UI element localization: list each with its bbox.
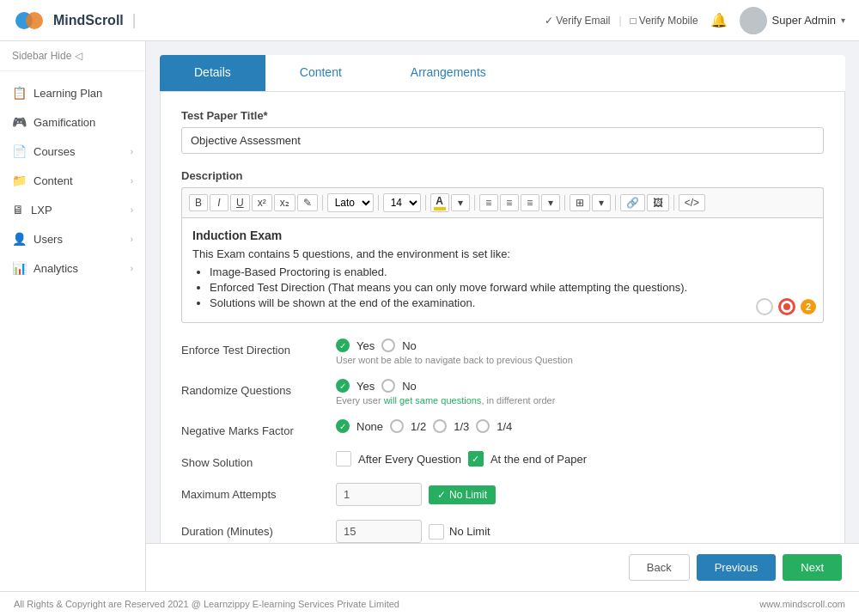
sidebar-item-learning-plan[interactable]: 📋 Learning Plan (0, 78, 145, 107)
tab-content[interactable]: Content (265, 55, 376, 91)
max-attempts-input[interactable] (336, 483, 422, 506)
underline-button[interactable]: U (230, 194, 250, 211)
topbar: MindScroll | ✓ Verify Email | □ Verify M… (0, 0, 859, 41)
italic-button[interactable]: I (210, 194, 228, 211)
enforce-sub-text: User wont be able to navigate back to pr… (336, 355, 824, 365)
show-solution-row: Show Solution After Every Question ✓ At … (181, 451, 824, 469)
sidebar: Sidebar Hide ◁ 📋 Learning Plan 🎮 Gamific… (0, 41, 146, 591)
rte-editor-body[interactable]: Induction Exam This Exam contains 5 ques… (181, 217, 824, 323)
enforce-direction-row: Enforce Test Direction Yes No User wont … (181, 338, 824, 365)
logo-icon (14, 5, 45, 36)
sidebar-item-courses[interactable]: 📄 Courses › (0, 137, 145, 166)
users-chevron-icon: › (131, 235, 133, 244)
randomize-sub-text: Every user will get same questions, in d… (336, 395, 824, 406)
sidebar-hide-label: Sidebar Hide (12, 50, 71, 62)
sidebar-item-users[interactable]: 👤 Users › (0, 224, 145, 253)
highlight-color-button[interactable]: A (430, 193, 449, 212)
negative-third-label: 1/3 (454, 420, 469, 433)
tab-details[interactable]: Details (160, 55, 265, 91)
courses-icon: 📄 (12, 144, 27, 158)
duration-label: Duration (Minutes) (181, 520, 336, 538)
sidebar-item-label: Analytics (34, 262, 78, 275)
rte-target-icon[interactable] (778, 298, 795, 315)
font-family-select[interactable]: Lato (327, 193, 374, 212)
enforce-direction-label: Enforce Test Direction (181, 338, 336, 357)
sidebar-item-label: Courses (34, 145, 75, 158)
svg-point-3 (743, 24, 764, 34)
rte-bullet-2: Enforced Test Direction (That means you … (210, 281, 813, 294)
duration-input[interactable] (336, 520, 422, 543)
enforce-no-radio[interactable] (381, 338, 395, 352)
verify-mobile-link[interactable]: □ Verify Mobile (631, 15, 698, 27)
after-every-question-checkbox[interactable] (336, 451, 351, 467)
sidebar-item-label: LXP (31, 204, 52, 217)
rte-circle-icon[interactable] (756, 298, 773, 315)
randomize-no-label: No (402, 380, 417, 393)
sidebar-item-label: Users (34, 233, 63, 246)
rte-bullet-3: Solutions will be shown at the end of th… (210, 296, 813, 309)
content-chevron-icon: › (131, 176, 133, 186)
table-dropdown-button[interactable]: ▾ (592, 194, 611, 211)
align-button[interactable]: ≡ (521, 194, 539, 211)
content-area: Details Content Arrangements Test Paper … (146, 41, 859, 543)
negative-third-radio[interactable] (433, 419, 447, 433)
superscript-button[interactable]: x² (252, 194, 272, 211)
show-solution-label: Show Solution (181, 451, 336, 469)
link-button[interactable]: 🔗 (620, 194, 645, 211)
verify-links: ✓ Verify Email | □ Verify Mobile (545, 15, 698, 27)
previous-button[interactable]: Previous (697, 554, 777, 581)
tab-arrangements[interactable]: Arrangements (376, 55, 521, 91)
enforce-yes-radio[interactable] (336, 338, 350, 352)
unordered-list-button[interactable]: ≡ (479, 194, 498, 211)
avatar (740, 7, 767, 34)
sidebar-item-gamification[interactable]: 🎮 Gamification (0, 107, 145, 137)
svg-point-2 (747, 11, 759, 23)
image-button[interactable]: 🖼 (647, 194, 669, 211)
enforce-no-label: No (402, 339, 417, 352)
sidebar-item-analytics[interactable]: 📊 Analytics › (0, 253, 145, 283)
font-size-select[interactable]: 14 (383, 193, 421, 212)
negative-none-label: None (356, 420, 383, 433)
sidebar-item-label: Content (34, 174, 73, 187)
form-card: Test Paper Title* Description B I U x² x… (160, 91, 845, 543)
user-menu[interactable]: Super Admin ▾ (740, 7, 845, 34)
gamification-icon: 🎮 (12, 115, 27, 129)
no-limit-check-icon: ✓ (437, 489, 446, 501)
verify-email-link[interactable]: ✓ Verify Email (545, 15, 610, 27)
back-button[interactable]: Back (629, 554, 690, 581)
sidebar-hide-button[interactable]: Sidebar Hide ◁ (12, 50, 82, 62)
negative-none-radio[interactable] (336, 419, 350, 433)
negative-fourth-radio[interactable] (476, 419, 490, 433)
eraser-button[interactable]: ✎ (297, 194, 318, 211)
next-button[interactable]: Next (783, 554, 842, 581)
subscript-button[interactable]: x₂ (274, 194, 295, 211)
randomize-no-radio[interactable] (381, 379, 395, 393)
checkmark-icon: ✓ (545, 15, 553, 27)
at-end-of-paper-checkbox[interactable]: ✓ (468, 451, 484, 467)
logo-text: MindScroll (53, 13, 124, 28)
randomize-yes-radio[interactable] (336, 379, 350, 393)
sidebar-item-content[interactable]: 📁 Content › (0, 166, 145, 195)
action-bar: Back Previous Next (146, 543, 859, 591)
user-dropdown-arrow-icon: ▾ (841, 15, 845, 25)
table-button[interactable]: ⊞ (570, 194, 590, 211)
bold-button[interactable]: B (189, 194, 208, 211)
duration-no-limit-checkbox[interactable] (429, 524, 444, 540)
after-every-question-label: After Every Question (358, 453, 461, 466)
ordered-list-button[interactable]: ≡ (500, 194, 519, 211)
test-paper-title-input[interactable] (181, 127, 824, 154)
rte-heading: Induction Exam (192, 229, 813, 242)
rte-para: This Exam contains 5 questions, and the … (192, 247, 813, 260)
topbar-divider: | (132, 11, 137, 29)
align-dropdown-button[interactable]: ▾ (541, 194, 560, 211)
color-dropdown-button[interactable]: ▾ (451, 194, 470, 211)
rte-sep2 (378, 195, 379, 210)
learning-plan-icon: 📋 (12, 86, 27, 100)
negative-half-radio[interactable] (390, 419, 404, 433)
sidebar-item-lxp[interactable]: 🖥 LXP › (0, 195, 145, 224)
notification-bell-icon[interactable]: 🔔 (710, 12, 728, 28)
content-icon: 📁 (12, 174, 27, 187)
main-area: Sidebar Hide ◁ 📋 Learning Plan 🎮 Gamific… (0, 41, 859, 591)
courses-chevron-icon: › (131, 147, 133, 156)
source-button[interactable]: </> (679, 194, 705, 211)
